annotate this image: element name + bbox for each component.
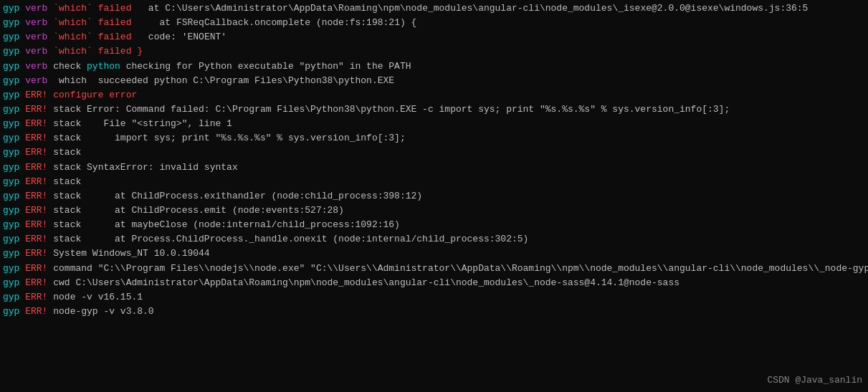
terminal-line: gyp ERR! stack import sys; print "%s.%s.…	[3, 131, 865, 145]
terminal-line: gyp ERR! stack SyntaxError: invalid synt…	[3, 161, 865, 175]
terminal-line: gyp ERR! stack File "<string>", line 1	[3, 117, 865, 131]
terminal-line: gyp ERR! configure error	[3, 88, 865, 102]
terminal-line: gyp ERR! node -v v16.15.1	[3, 290, 865, 305]
terminal-line: gyp ERR! stack	[3, 145, 865, 160]
terminal-line: gyp verb `which` failed at FSReqCallback…	[3, 16, 865, 30]
terminal-output: gyp verb `which` failed at C:\Users\Admi…	[3, 1, 865, 319]
terminal-line: gyp verb `which` failed }	[3, 44, 865, 59]
terminal-line: gyp ERR! System Windows_NT 10.0.19044	[3, 247, 865, 261]
watermark: CSDN @Java_sanlin	[767, 373, 862, 388]
terminal-line: gyp ERR! command "C:\\Program Files\\nod…	[3, 262, 865, 276]
terminal-line: gyp ERR! stack at ChildProcess.exithandl…	[3, 189, 865, 204]
terminal-line: gyp ERR! node-gyp -v v3.8.0	[3, 305, 865, 319]
terminal-line: gyp ERR! stack	[3, 175, 865, 189]
terminal-line: gyp ERR! stack Error: Command failed: C:…	[3, 102, 865, 117]
terminal-line: gyp ERR! stack at Process.ChildProcess._…	[3, 232, 865, 247]
terminal-line: gyp ERR! stack at maybeClose (node:inter…	[3, 218, 865, 232]
terminal-line: gyp verb which succeeded python C:\Progr…	[3, 74, 865, 88]
terminal-window: gyp verb `which` failed at C:\Users\Admi…	[0, 0, 868, 392]
terminal-line: gyp verb check python checking for Pytho…	[3, 59, 865, 74]
terminal-line: gyp verb `which` failed code: 'ENOENT'	[3, 30, 865, 44]
terminal-line: gyp ERR! cwd C:\Users\Administrator\AppD…	[3, 276, 865, 290]
terminal-line: gyp ERR! stack at ChildProcess.emit (nod…	[3, 204, 865, 218]
terminal-line: gyp verb `which` failed at C:\Users\Admi…	[3, 1, 865, 16]
